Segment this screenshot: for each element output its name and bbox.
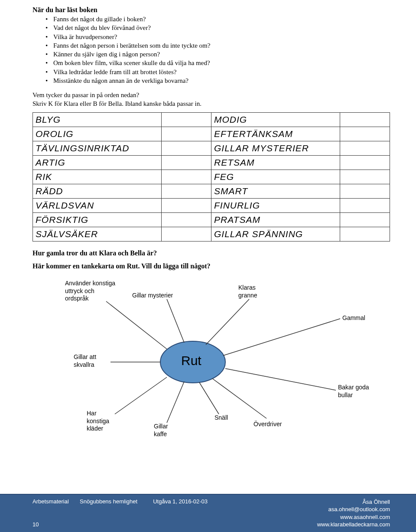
page-number: 10 — [32, 521, 39, 528]
mindmap-label-mysteries: Gillar mysterier — [132, 292, 173, 300]
mindmap-label-bullar: Bakar goda bullar — [338, 384, 369, 399]
svg-line-9 — [199, 382, 219, 414]
mindmap-label-overdriver: Överdriver — [254, 421, 282, 428]
mindmap-label-granne: Klaras granne — [238, 284, 257, 299]
word-cell-left: FÖRSIKTIG — [33, 213, 162, 227]
word-cell-right: SMART — [211, 184, 340, 199]
section-heading: När du har läst boken — [32, 6, 390, 14]
footer-url2: www.klarabelladeckarna.com — [317, 521, 390, 529]
word-cell-right: GILLAR SPÄNNING — [211, 227, 340, 242]
table-row: RÄDDSMART — [33, 184, 390, 199]
mindmap-center: Rut — [181, 353, 202, 368]
answer-cell-right[interactable] — [340, 141, 390, 156]
table-row: FÖRSIKTIGPRATSAM — [33, 213, 390, 227]
word-cell-right: FEG — [211, 170, 340, 184]
svg-line-10 — [212, 379, 266, 418]
bullet-item: Misstänkte du någon annan än de verkliga… — [46, 76, 390, 85]
svg-line-1 — [106, 301, 167, 349]
word-cell-left: RIK — [33, 170, 162, 184]
footer-url1: www.asaohnell.com — [317, 513, 390, 521]
svg-line-6 — [225, 369, 336, 390]
answer-cell-right[interactable] — [340, 213, 390, 227]
answer-cell-right[interactable] — [340, 156, 390, 170]
answer-cell-left[interactable] — [161, 141, 211, 156]
words-table: BLYGMODIGOROLIGEFTERTÄNKSAMTÄVLINGSINRIK… — [32, 112, 390, 242]
answer-cell-right[interactable] — [340, 113, 390, 127]
table-row: TÄVLINGSINRIKTADGILLAR MYSTERIER — [33, 141, 390, 156]
answer-cell-right[interactable] — [340, 184, 390, 199]
word-cell-right: MODIG — [211, 113, 340, 127]
footer-left: Arbetsmaterial Snögubbens hemlighet Utgå… — [32, 498, 208, 505]
table-row: BLYGMODIG — [33, 113, 390, 127]
table-row: OROLIGEFTERTÄNKSAM — [33, 127, 390, 141]
bullet-list: Fanns det något du gillade i boken?Vad d… — [32, 15, 390, 85]
table-row: SJÄLVSÄKERGILLAR SPÄNNING — [33, 227, 390, 242]
answer-cell-left[interactable] — [161, 156, 211, 170]
mindmap-label-expressions: Använder konstiga uttryck och ordspråk — [65, 280, 115, 303]
answer-cell-right[interactable] — [340, 127, 390, 141]
word-cell-left: TÄVLINGSINRIKTAD — [33, 141, 162, 156]
mindmap-diagram: Rut Använder konstiga uttryck och ordspr… — [32, 275, 390, 440]
footer-right: Åsa Öhnell asa.ohnell@outlook.com www.as… — [317, 498, 390, 529]
word-cell-left: OROLIG — [33, 127, 162, 141]
word-cell-left: VÄRLDSVAN — [33, 199, 162, 213]
word-cell-right: PRATSAM — [211, 213, 340, 227]
answer-cell-left[interactable] — [161, 113, 211, 127]
word-cell-left: BLYG — [33, 113, 162, 127]
bullet-item: Känner du själv igen dig i någon person? — [46, 50, 390, 59]
mindmap-label-klader: Har konstiga kläder — [87, 410, 109, 433]
bullet-item: Vilka är huvudpersoner? — [46, 33, 390, 41]
mindmap-intro: Här kommer en tankekarta om Rut. Vill du… — [32, 262, 390, 270]
question-line-2: Skriv K för Klara eller B för Bella. Ibl… — [32, 100, 390, 108]
svg-line-4 — [223, 319, 340, 356]
bullet-item: Fanns det något du gillade i boken? — [46, 15, 390, 23]
mindmap-label-snall: Snäll — [214, 414, 228, 422]
mindmap-label-skvallra: Gillar att skvallra — [74, 353, 96, 369]
bullet-item: Vad det något du blev förvånad över? — [46, 23, 390, 32]
page-footer: Arbetsmaterial Snögubbens hemlighet Utgå… — [0, 494, 416, 532]
word-cell-right: GILLAR MYSTERIER — [211, 141, 340, 156]
word-cell-left: SJÄLVSÄKER — [33, 227, 162, 242]
answer-cell-left[interactable] — [161, 170, 211, 184]
svg-line-8 — [167, 382, 184, 423]
bullet-item: Vilka ledtrådar ledde fram till att brot… — [46, 68, 390, 76]
answer-cell-right[interactable] — [340, 227, 390, 242]
word-cell-left: ARTIG — [33, 156, 162, 170]
footer-author: Åsa Öhnell — [317, 498, 390, 506]
question-line-1: Vem tycker du passar in på orden nedan? — [32, 91, 390, 100]
bullet-item: Fanns det någon person i berättelsen som… — [46, 41, 390, 50]
word-cell-right: FINURLIG — [211, 199, 340, 213]
bullet-item: Om boken blev film, vilka scener skulle … — [46, 59, 390, 67]
answer-cell-left[interactable] — [161, 227, 211, 242]
word-cell-right: RETSAM — [211, 156, 340, 170]
mindmap-label-kaffe: Gillar kaffe — [154, 423, 168, 438]
answer-cell-left[interactable] — [161, 199, 211, 213]
word-cell-right: EFTERTÄNKSAM — [211, 127, 340, 141]
answer-cell-left[interactable] — [161, 213, 211, 227]
mindmap-label-gammal: Gammal — [342, 314, 365, 322]
answer-cell-left[interactable] — [161, 184, 211, 199]
svg-line-7 — [115, 377, 167, 414]
table-row: ARTIGRETSAM — [33, 156, 390, 170]
answer-cell-right[interactable] — [340, 199, 390, 213]
age-question: Hur gamla tror du att Klara och Bella är… — [32, 249, 390, 257]
table-row: RIKFEG — [33, 170, 390, 184]
svg-line-3 — [206, 299, 249, 345]
table-row: VÄRLDSVANFINURLIG — [33, 199, 390, 213]
answer-cell-left[interactable] — [161, 127, 211, 141]
word-cell-left: RÄDD — [33, 184, 162, 199]
svg-line-2 — [167, 299, 184, 343]
footer-email: asa.ohnell@outlook.com — [317, 506, 390, 513]
question-block: Vem tycker du passar in på orden nedan? … — [32, 91, 390, 108]
answer-cell-right[interactable] — [340, 170, 390, 184]
